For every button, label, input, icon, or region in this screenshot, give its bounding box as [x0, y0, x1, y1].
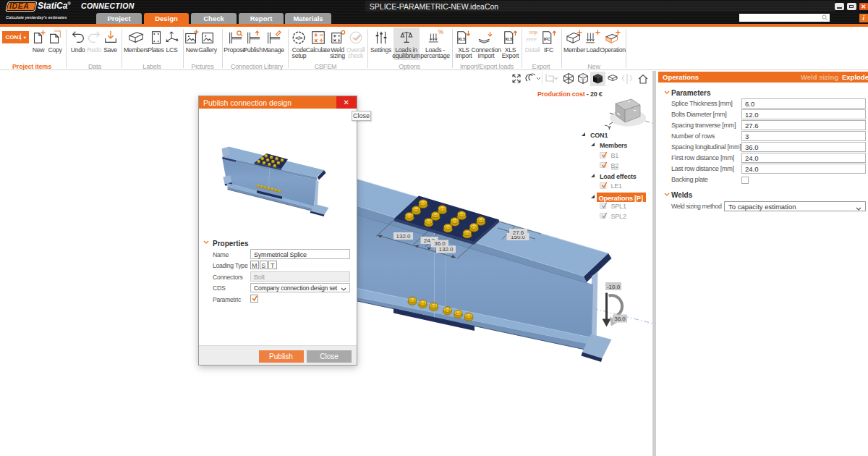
svg-text:36.0: 36.0: [614, 316, 626, 322]
svg-text:132.0: 132.0: [396, 232, 411, 239]
svg-text:132.0: 132.0: [438, 246, 454, 253]
svg-text:27.6: 27.6: [513, 229, 524, 235]
svg-text:IFC: IFC: [543, 37, 550, 41]
svg-text:XLS: XLS: [504, 37, 512, 41]
svg-text:-10.0: -10.0: [607, 283, 621, 290]
svg-text:BETA: BETA: [529, 30, 538, 35]
svg-text:XLS: XLS: [458, 37, 466, 41]
svg-text:%: %: [438, 30, 443, 35]
svg-text:Y: Y: [608, 125, 611, 130]
